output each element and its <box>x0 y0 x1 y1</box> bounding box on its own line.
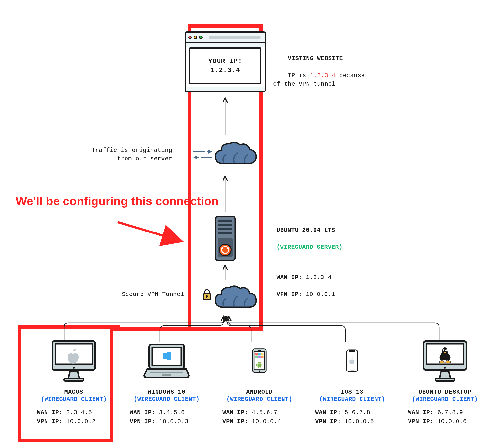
browser-window: YOUR IP: 1.2.3.4 <box>185 32 266 92</box>
svg-rect-9 <box>218 224 232 226</box>
svg-rect-30 <box>167 356 171 360</box>
svg-point-17 <box>227 248 229 250</box>
website-caption-prefix: IP is <box>288 72 310 79</box>
svg-point-56 <box>444 367 446 369</box>
client-ips: WAN IP: 3.4.5.6 VPN IP: 10.0.0.3 <box>130 408 203 426</box>
vpn-tunnel-cloud-icon <box>210 282 260 312</box>
svg-point-36 <box>259 370 260 372</box>
svg-rect-43 <box>261 356 263 358</box>
server-wan-label: WAN IP: <box>277 274 302 281</box>
client-role: (WIREGUARD CLIENT) <box>134 396 199 402</box>
browser-titlebar <box>186 33 265 43</box>
client-title: IOS 13 <box>341 389 363 395</box>
server-wan-ip: 1.2.3.4 <box>306 274 331 281</box>
android-phone-icon <box>234 339 285 383</box>
website-caption: VISTING WEBSITE IP is 1.2.3.4 because of… <box>273 46 365 97</box>
svg-rect-28 <box>167 352 171 356</box>
svg-rect-24 <box>64 378 83 381</box>
svg-rect-47 <box>258 367 259 368</box>
your-ip-label: YOUR IP: <box>208 57 242 65</box>
svg-rect-31 <box>162 375 171 376</box>
server-icon <box>214 215 236 261</box>
browser-viewport: YOUR IP: 1.2.3.4 <box>189 48 261 84</box>
maximize-icon <box>199 36 202 39</box>
traffic-origin-label: Traffic is originating from our server <box>91 146 172 163</box>
client-ips: WAN IP: 2.3.4.5 VPN IP: 10.0.0.2 <box>37 408 111 426</box>
svg-rect-20 <box>206 296 207 298</box>
diagram-stage: YOUR IP: 1.2.3.4 VISTING WEBSITE IP is 1… <box>0 0 504 448</box>
website-caption-ip: 1.2.3.4 <box>310 72 335 79</box>
your-ip-value: 1.2.3.4 <box>210 66 240 74</box>
svg-point-55 <box>445 349 447 351</box>
server-vpn-label: VPN IP: <box>277 291 302 298</box>
website-caption-title: VISTING WEBSITE <box>288 55 343 62</box>
svg-rect-50 <box>350 371 354 371</box>
imac-icon <box>48 339 100 383</box>
svg-rect-45 <box>256 364 257 366</box>
svg-rect-44 <box>258 364 261 367</box>
client-title: MACOS <box>64 389 83 395</box>
minimize-icon <box>194 36 197 39</box>
urlbar-placeholder <box>209 36 261 39</box>
close-icon <box>188 36 192 39</box>
client-title: ANDROID <box>246 389 273 395</box>
client-windows: WINDOWS 10 (WIREGUARD CLIENT) WAN IP: 3.… <box>122 339 211 426</box>
client-ips: WAN IP: 6.7.8.9 VPN IP: 10.0.0.6 <box>408 408 482 426</box>
client-macos: MACOS (WIREGUARD CLIENT) WAN IP: 2.3.4.5… <box>30 339 118 426</box>
svg-rect-8 <box>218 220 232 222</box>
svg-rect-27 <box>163 353 167 356</box>
server-title: UBUNTU 20.04 LTS <box>277 227 335 233</box>
svg-rect-42 <box>258 356 261 358</box>
svg-point-16 <box>221 248 223 250</box>
svg-rect-11 <box>218 232 232 234</box>
client-title: WINDOWS 10 <box>148 389 186 395</box>
svg-rect-46 <box>262 364 262 366</box>
svg-rect-48 <box>260 367 260 368</box>
svg-point-15 <box>224 246 226 248</box>
clients-row: MACOS (WIREGUARD CLIENT) WAN IP: 2.3.4.5… <box>30 339 489 426</box>
configuring-annotation: We'll be configuring this connection <box>16 194 218 208</box>
svg-point-23 <box>73 367 75 369</box>
server-vpn-ip: 10.0.0.1 <box>306 291 335 298</box>
laptop-icon <box>141 339 192 383</box>
server-caption: UBUNTU 20.04 LTS (WIREGUARD SERVER) WAN … <box>262 217 342 307</box>
client-ips: WAN IP: 4.5.6.7 VPN IP: 10.0.0.4 <box>222 408 296 426</box>
client-ips: WAN IP: 5.6.7.8 VPN IP: 10.0.0.5 <box>315 408 389 426</box>
client-role: (WIREGUARD CLIENT) <box>226 396 292 402</box>
client-role: (WIREGUARD CLIENT) <box>41 396 107 402</box>
vpn-tunnel-label: Secure VPN Tunnel <box>122 290 184 299</box>
lock-icon <box>202 289 212 300</box>
desktop-linux-icon <box>419 339 471 383</box>
server-role: (WIREGUARD SERVER) <box>277 244 342 251</box>
client-role: (WIREGUARD CLIENT) <box>319 396 385 402</box>
svg-rect-29 <box>163 356 167 359</box>
svg-point-54 <box>443 349 444 351</box>
svg-rect-57 <box>435 378 454 381</box>
client-android: ANDROID (WIREGUARD CLIENT) WAN IP: 4.5.6… <box>215 339 304 426</box>
svg-rect-41 <box>255 356 258 358</box>
client-ios: IOS 13 (WIREGUARD CLIENT) WAN IP: 5.6.7.… <box>308 339 396 426</box>
svg-rect-10 <box>218 228 232 230</box>
client-title: UBUNTU DESKTOP <box>418 389 471 395</box>
internet-cloud-icon <box>210 139 260 169</box>
client-ubuntu-desktop: UBUNTU DESKTOP (WIREGUARD CLIENT) WAN IP… <box>401 339 489 426</box>
svg-rect-39 <box>258 353 261 356</box>
client-role: (WIREGUARD CLIENT) <box>412 396 478 402</box>
svg-rect-38 <box>255 353 258 356</box>
iphone-icon <box>326 339 378 383</box>
svg-rect-40 <box>261 353 263 356</box>
svg-rect-37 <box>258 350 261 351</box>
